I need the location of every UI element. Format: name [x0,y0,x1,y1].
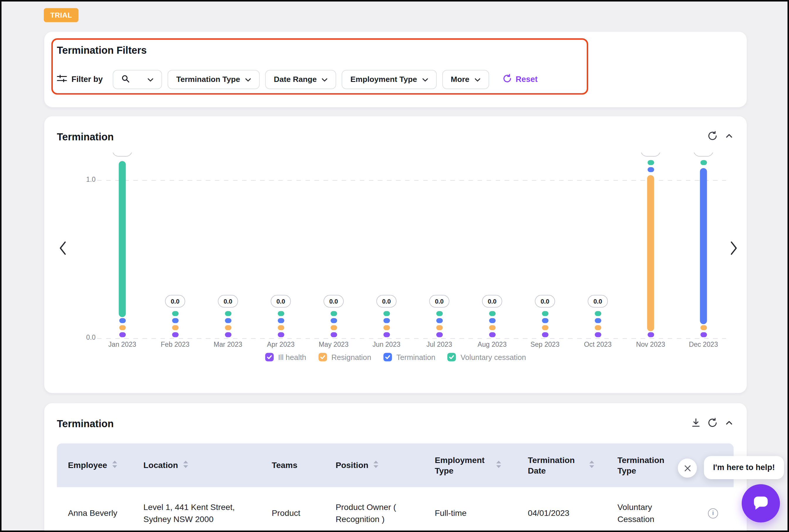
dot-resignation [172,325,178,330]
x-axis-label: Sep 2023 [519,341,571,348]
value-label: 0.0 [429,295,449,308]
chart-legend: Ill healthResignationTerminationVoluntar… [44,353,747,361]
value-label: 0.0 [376,295,397,308]
column-header-label: Location [143,460,178,470]
dot-termination [119,318,125,323]
dot-resignation [225,325,231,330]
info-icon[interactable] [708,508,718,518]
chat-launcher-button[interactable] [742,484,780,522]
refresh-icon[interactable] [707,417,718,429]
dot-ill-health [647,332,654,337]
value-label: 0.0 [165,295,185,308]
dot-termination [594,318,601,323]
chat-tooltip: I'm here to help! [704,456,784,479]
dashboard-screen: TRIAL Termination Filters Filter by [0,0,789,532]
chart-next-arrow[interactable] [730,241,738,257]
sort-icon [589,460,595,471]
column-header-label: Employee [68,460,107,470]
table-header-row: EmployeeLocationTeamsPositionEmployment … [57,443,734,487]
x-axis-label: Mar 2023 [201,341,254,348]
download-icon[interactable] [690,417,702,429]
reset-icon [502,74,512,85]
cell-employment-type: Full-time [424,507,517,519]
dropdown-label: More [451,75,470,84]
legend-voluntary-cessation[interactable]: Voluntary cessation [447,353,526,361]
dropdown-label: Employment Type [350,75,417,84]
x-axis-label: Jul 2023 [413,341,465,348]
collapse-icon[interactable] [723,417,735,429]
dot-resignation [330,325,337,330]
sliders-icon [57,75,67,84]
legend-label: Resignation [331,353,371,361]
cell-termination-date: 04/01/2023 [517,507,607,519]
column-header-employment-type[interactable]: Employment Type [424,443,517,487]
column-header-termination-date[interactable]: Termination Date [517,443,607,487]
dot-ill-health [277,332,284,337]
dot-termination [542,318,548,323]
dot-termination [225,318,231,323]
legend-termination[interactable]: Termination [383,353,436,361]
chart-prev-arrow[interactable] [58,241,67,257]
cell-employee: Anna Beverly [57,507,132,519]
legend-ill-health[interactable]: Ill health [265,353,306,361]
dot-resignation [594,325,601,330]
legend-label: Ill health [278,353,306,361]
chevron-down-icon [148,75,154,84]
termination-chart-card: Termination 1.0 0.0 1.00.00.00.00.00.00.… [44,116,747,393]
filter-dropdown-more[interactable]: More [442,70,489,89]
x-axis-label: Nov 2023 [624,341,677,348]
x-axis-label: Aug 2023 [466,341,518,348]
dot-resignation [119,325,125,330]
gridline-0 [97,338,726,339]
cell-teams: Product [261,507,325,519]
x-axis-label: Apr 2023 [254,341,307,348]
chat-tooltip-close-button[interactable] [678,459,697,478]
chat-bubble-icon [751,493,770,513]
y-tick-zero: 0.0 [75,334,96,341]
refresh-icon[interactable] [707,130,718,142]
termination-filters-card: Termination Filters Filter by [44,32,747,107]
dot-resignation [700,325,707,330]
dot-termination [277,318,284,323]
dot-termination [436,318,442,323]
search-icon [121,74,130,85]
column-header-label: Employment Type [435,455,491,476]
column-header-position[interactable]: Position [325,443,424,487]
sort-icon [182,460,189,471]
collapse-icon[interactable] [723,130,735,142]
search-filter-dropdown[interactable] [113,70,162,89]
cell-termination-type: Voluntary Cessation [607,501,692,526]
x-axis-label: Jan 2023 [96,341,148,348]
bar-resignation [647,175,654,331]
filter-dropdown-termination-type[interactable]: Termination Type [168,70,260,89]
value-label: 0.0 [218,295,238,308]
reset-filters-button[interactable]: Reset [502,74,537,85]
value-label: 1.0 [112,152,132,156]
filter-dropdown-date-range[interactable]: Date Range [265,70,336,89]
sort-icon [496,460,502,471]
chevron-down-icon [422,75,428,84]
table-body: Anna BeverlyLevel 1, 441 Kent Street, Sy… [57,487,734,532]
value-label: 0.0 [482,295,502,308]
legend-checkbox [265,353,273,361]
dot-resignation [383,325,389,330]
termination-table-card: Termination EmployeeLocationTeamsPositio… [44,403,747,532]
column-header-label: Position [335,460,368,470]
bar-termination [700,168,707,324]
dropdown-label: Termination Type [176,75,240,84]
legend-resignation[interactable]: Resignation [318,353,371,361]
dot-ill-health [225,332,231,337]
legend-checkbox [318,353,327,361]
dot-voluntary-cessation [330,311,337,316]
legend-checkbox [447,353,456,361]
dot-resignation [489,325,495,330]
column-header-employee[interactable]: Employee [57,443,132,487]
dot-termination [647,167,654,172]
column-header-location[interactable]: Location [132,443,261,487]
value-label: 1.0 [693,152,714,156]
dot-resignation [436,325,442,330]
filter-dropdown-employment-type[interactable]: Employment Type [342,70,437,89]
value-label: 0.0 [535,295,555,308]
chart-title: Termination [57,131,114,143]
dot-voluntary-cessation [172,311,178,316]
